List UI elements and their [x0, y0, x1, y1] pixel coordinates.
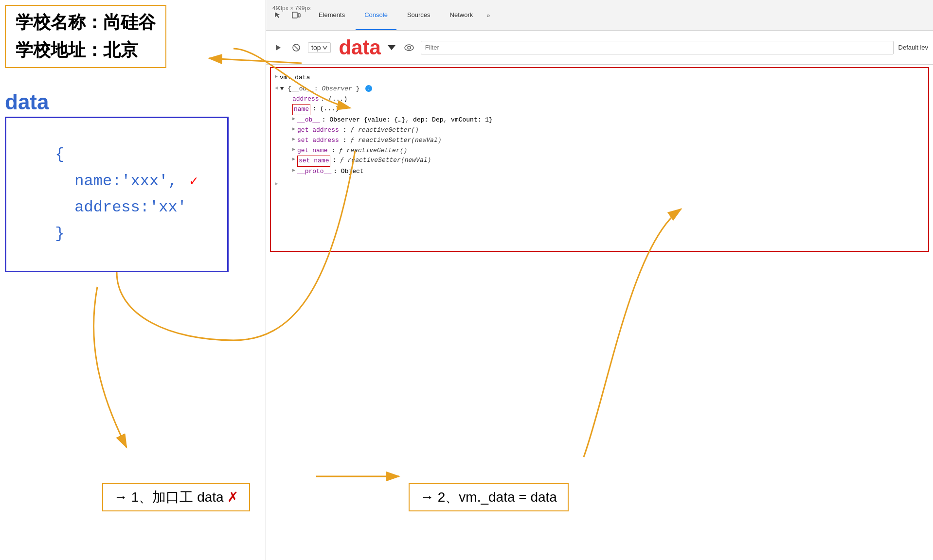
annotation-bottom-right-container: → 2、vm._data = data	[409, 483, 569, 511]
console-line-name: name : (...)	[275, 104, 924, 115]
ob-observer-text: ▼ {__ob__: Observer } i	[280, 84, 373, 94]
tab-console[interactable]: Console	[356, 0, 396, 30]
tab-more[interactable]: »	[484, 12, 493, 19]
devtools-panel: Elements Console Sources Network » top d…	[266, 0, 933, 560]
ob-key: __ob__	[297, 115, 320, 125]
left-panel: 学校名称：尚硅谷 学校地址：北京 data { name:'xxx', ✓ ad…	[0, 0, 263, 560]
address-key: address	[292, 94, 319, 105]
default-level-label: Default lev	[898, 44, 928, 51]
data-object-content: { name:'xxx', ✓ address:'xx' }	[36, 141, 197, 247]
annotation-box-left: → 1、加口工 data ✗	[102, 483, 250, 511]
expand-ob: ▶	[292, 115, 295, 123]
svg-line-4	[294, 45, 299, 50]
school-info-box: 学校名称：尚硅谷 学校地址：北京	[5, 5, 166, 68]
expand-get-name: ▶	[292, 146, 295, 154]
console-line-1: ▶ vm._data	[275, 73, 924, 83]
svg-rect-0	[292, 12, 297, 18]
console-output: ▶ vm._data ◀ ▼ {__ob__: Observer } i add…	[270, 67, 929, 252]
anno-left-text: →	[114, 490, 127, 505]
anno-right-arrow: →	[420, 490, 434, 505]
dropdown-arrow-icon	[386, 42, 397, 53]
filter-input[interactable]	[421, 41, 894, 54]
data-object-box: { name:'xxx', ✓ address:'xx' }	[5, 117, 229, 272]
console-line-get-name: ▶ get name : ƒ reactiveGetter()	[275, 146, 924, 156]
set-name-highlight: set name	[297, 156, 330, 167]
console-prompt: ▶	[275, 180, 924, 189]
expand-get-address: ▶	[292, 125, 295, 133]
eye-icon[interactable]	[402, 41, 416, 54]
top-dropdown[interactable]: top	[308, 42, 331, 53]
tab-elements[interactable]: Elements	[310, 0, 354, 30]
expand-set-address: ▶	[292, 136, 295, 143]
address-line: address:'xx'	[55, 194, 197, 221]
expand-set-name: ▶	[292, 156, 295, 163]
svg-marker-5	[388, 45, 395, 50]
svg-marker-2	[276, 45, 281, 51]
console-line-2: ◀ ▼ {__ob__: Observer } i	[275, 84, 924, 94]
school-address: 学校地址：北京	[16, 38, 156, 62]
svg-point-7	[408, 46, 411, 49]
anno-left-redx: ✗	[227, 490, 238, 505]
school-name: 学校名称：尚硅谷	[16, 11, 156, 35]
tab-network[interactable]: Network	[441, 0, 482, 30]
name-key-highlight: name	[292, 104, 310, 115]
anno-left-content: 1、加口工 data	[131, 490, 224, 505]
address-colon: : (...)	[321, 94, 348, 105]
get-address-text: get address : ƒ reactiveGetter()	[297, 125, 419, 136]
info-icon: i	[365, 85, 372, 92]
expand-proto: ▶	[292, 167, 295, 175]
data-label-left: data	[5, 90, 49, 114]
svg-point-6	[405, 45, 413, 51]
console-line-proto: ▶ __proto__ : Object	[275, 167, 924, 177]
console-line-ob: ▶ __ob__ : Observer {value: {…}, dep: De…	[275, 115, 924, 125]
top-label: top	[311, 44, 321, 52]
console-line-address: address : (...)	[275, 94, 924, 105]
proto-key: __proto__	[297, 167, 331, 177]
left-chevron: ◀	[275, 84, 278, 93]
vm-data-text: vm._data	[280, 73, 310, 83]
set-name-text: : ƒ reactiveSetter(newVal)	[332, 156, 431, 166]
ob-value: : Observer {value: {…}, dep: Dep, vmCoun…	[322, 115, 493, 125]
annotation-bottom-left-container: → 1、加口工 data ✗	[102, 483, 250, 511]
tab-sources[interactable]: Sources	[398, 0, 439, 30]
data-highlight-label: data	[339, 36, 380, 59]
name-colon: : (...)	[312, 104, 339, 114]
annotation-box-right: → 2、vm._data = data	[409, 483, 569, 511]
dimensions-label: 493px × 799px	[272, 5, 311, 12]
brace-close: }	[55, 221, 197, 247]
checkmark: ✓	[190, 174, 198, 189]
expand-arrow-1: ▶	[275, 73, 278, 81]
devtools-tab-bar: Elements Console Sources Network »	[266, 0, 933, 31]
play-icon[interactable]	[271, 41, 285, 54]
block-icon[interactable]	[289, 41, 303, 54]
proto-value: : Object	[333, 167, 363, 177]
console-toolbar: top data Default lev	[266, 31, 933, 65]
console-line-set-address: ▶ set address : ƒ reactiveSetter(newVal)	[275, 136, 924, 146]
anno-right-content: 2、vm._data = data	[438, 490, 557, 505]
console-line-set-name: ▶ set name : ƒ reactiveSetter(newVal)	[275, 156, 924, 167]
name-line: name:'xxx', ✓	[55, 168, 197, 194]
prompt-arrow: ▶	[275, 180, 278, 189]
svg-rect-1	[298, 14, 300, 17]
get-name-text: get name : ƒ reactiveGetter()	[297, 146, 407, 156]
set-address-text: set address : ƒ reactiveSetter(newVal)	[297, 136, 441, 146]
console-line-get-address: ▶ get address : ƒ reactiveGetter()	[275, 125, 924, 136]
brace-open: {	[55, 141, 197, 168]
